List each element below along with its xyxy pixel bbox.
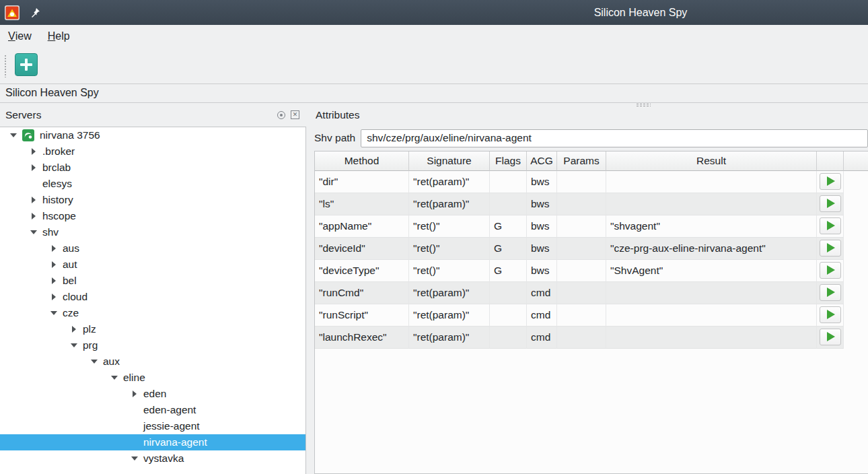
tree-item-shv[interactable]: shv [0,224,305,240]
pin-icon[interactable] [30,7,40,18]
tree-item-cloud[interactable]: cloud [0,289,305,305]
tree-item-nirvana 3756[interactable]: nirvana 3756 [0,127,305,143]
run-method-button[interactable] [820,306,841,323]
shv-path-input[interactable] [361,129,868,147]
expander-icon [129,402,141,418]
run-method-button[interactable] [820,217,841,234]
menu-help-label: elp [55,30,69,42]
run-method-button[interactable] [820,329,841,345]
acg-cell: bws [527,215,557,238]
tree-item-hscope[interactable]: hscope [0,208,305,224]
run-method-button[interactable] [820,262,841,279]
result-cell [606,171,817,193]
tree-item-history[interactable]: history [0,192,305,208]
expander-icon[interactable] [48,240,61,257]
run-method-button[interactable] [820,195,841,212]
expander-icon[interactable] [89,353,101,370]
tree-item-aus[interactable]: aus [0,240,305,257]
tree-item-label: plz [83,323,96,335]
tree-item-aut[interactable]: aut [0,257,305,273]
expander-icon[interactable] [129,386,141,402]
toolbar-drag-handle[interactable] [4,55,7,77]
shv-path-label: Shv path [314,132,361,144]
close-panel-icon[interactable]: ✕ [291,110,299,119]
params-cell [557,193,606,215]
tree-item-plz[interactable]: plz [0,321,305,337]
run-method-button[interactable] [820,173,841,190]
column-header-acg[interactable]: ACG [527,151,557,171]
flags-cell: G [490,238,527,260]
tree-item-brclab[interactable]: brclab [0,160,305,176]
method-row-appName: "appName""ret()"Gbws"shvagent" [315,215,868,238]
row-filler [844,215,868,238]
tree-item-jessie-agent[interactable]: jessie-agent [0,418,305,434]
attributes-panel-header: Attributes [314,103,868,127]
tree-item-aux[interactable]: aux [0,353,305,370]
expander-icon[interactable] [48,257,61,273]
menu-help-mnemonic: H [48,30,56,42]
expander-icon[interactable] [28,143,40,160]
expander-icon[interactable] [129,450,141,467]
tree-item-.broker[interactable]: .broker [0,143,305,160]
expander-icon[interactable] [69,337,81,353]
method-cell: "appName" [315,215,409,238]
column-header-result[interactable]: Result [606,151,817,171]
tree-item-eden[interactable]: eden [0,386,305,402]
tree-item-bel[interactable]: bel [0,273,305,289]
tree-item-cze[interactable]: cze [0,305,305,321]
run-cell [817,282,844,304]
menu-view[interactable]: View [0,25,40,47]
method-row-runCmd: "runCmd""ret(param)"cmd [315,282,868,304]
tree-item-label: aus [63,242,79,255]
tree-item-prg[interactable]: prg [0,337,305,353]
row-filler [844,171,868,193]
tree-item-label: vystavka [143,452,184,465]
result-cell: "cze-prg-aux-eline-nirvana-agent" [606,238,817,260]
tree-item-label: history [42,194,73,206]
run-method-button[interactable] [820,240,841,257]
method-cell: "deviceId" [315,238,409,260]
flags-cell [490,193,527,215]
expander-icon[interactable] [28,224,40,240]
expander-icon [28,176,40,192]
tree-item-elesys[interactable]: elesys [0,176,305,192]
expander-icon[interactable] [28,192,40,208]
expander-icon[interactable] [48,305,61,321]
column-header-signature[interactable]: Signature [409,151,490,171]
tree-item-eden-agent[interactable]: eden-agent [0,402,305,418]
acg-cell: cmd [527,282,557,304]
panel-splitter[interactable] [306,103,314,474]
dock-drag-handle[interactable] [636,103,651,107]
main-area: Servers ✕ nirvana 3756.brokerbrclabelesy… [0,103,868,474]
acg-cell: bws [527,260,557,282]
float-panel-icon[interactable] [277,111,285,119]
expander-icon[interactable] [69,321,81,337]
column-header-params[interactable]: Params [557,151,606,171]
expander-icon[interactable] [8,127,20,143]
tree-item-label: eline [123,372,145,384]
method-cell: "ls" [315,193,409,215]
run-cell [817,193,844,215]
tree-item-label: .broker [42,145,75,158]
expander-icon[interactable] [28,208,40,224]
tree-item-label: hscope [42,210,76,222]
signature-cell: "ret(param)" [409,327,490,349]
expander-icon[interactable] [48,289,61,305]
column-header-method[interactable]: Method [315,151,409,171]
add-button[interactable] [15,53,38,76]
menu-help[interactable]: Help [40,25,78,47]
window-title: Silicon Heaven Spy [594,7,688,19]
flags-cell [490,282,527,304]
expander-icon[interactable] [28,160,40,176]
tree-item-eline[interactable]: eline [0,370,305,386]
row-filler [844,238,868,260]
tree-item-vystavka[interactable]: vystavka [0,450,305,467]
row-filler [844,327,868,349]
row-filler [844,282,868,304]
expander-icon[interactable] [109,370,121,386]
expander-icon[interactable] [48,273,61,289]
run-method-button[interactable] [820,284,841,301]
column-header-flags[interactable]: Flags [490,151,527,171]
tree-item-nirvana-agent[interactable]: nirvana-agent [0,434,305,450]
servers-panel-buttons: ✕ [277,110,299,119]
